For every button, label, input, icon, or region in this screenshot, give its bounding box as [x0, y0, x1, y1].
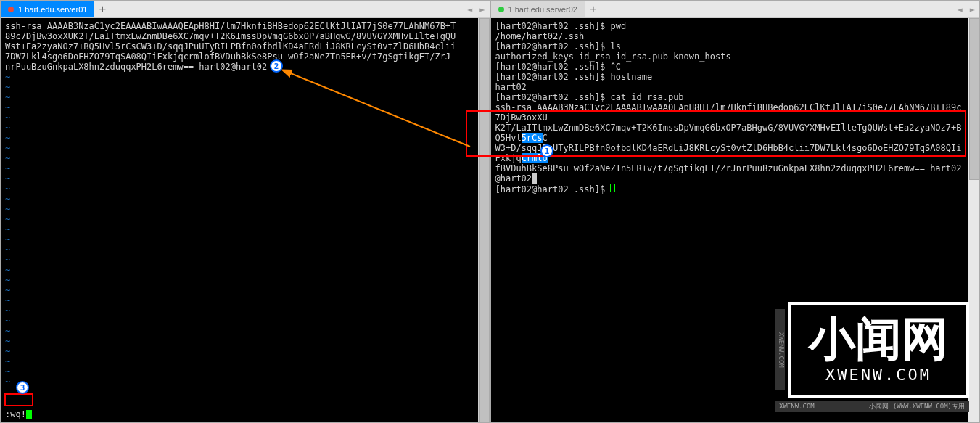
vim-tilde: ~ [5, 153, 474, 163]
vim-tilde: ~ [5, 295, 474, 305]
vim-command-line[interactable]: :wq! [5, 409, 474, 419]
callout-3: 3 [16, 381, 29, 394]
vim-tilde: ~ [5, 275, 474, 285]
status-dot-icon [8, 7, 14, 12]
terminal-line: [hart02@hart02 .ssh]$ ls [495, 41, 964, 52]
vim-tilde: ~ [5, 234, 474, 245]
scrollbar-thumb[interactable] [479, 18, 490, 422]
left-scrollbar[interactable] [478, 18, 490, 422]
vim-tilde: ~ [5, 123, 474, 133]
watermark-side: XWENW.COM [775, 309, 785, 390]
watermark-text: 小闻网 [809, 316, 948, 362]
tab-nav: ◄ ► [955, 4, 978, 15]
tab-next-icon[interactable]: ► [477, 4, 487, 15]
vim-tilde: ~ [5, 184, 474, 194]
vim-tilde: ~ [5, 255, 474, 265]
right-tabbar: 1 hart.edu.server02 + ◄ ► [491, 1, 980, 18]
tab-server01[interactable]: 1 hart.edu.server01 [1, 1, 94, 17]
tab-prev-icon[interactable]: ◄ [464, 4, 475, 15]
vim-tilde: ~ [5, 143, 474, 153]
vim-tilde: ~ [5, 316, 474, 326]
vim-tilde: ~ [5, 214, 474, 224]
tab-server02[interactable]: 1 hart.edu.server02 [491, 1, 585, 17]
vim-tilde: ~ [5, 82, 474, 92]
vim-tilde: ~ [5, 346, 474, 356]
ssh-key-output: fBVDuhBkSe8Psu wOf2aNeZTn5ER+v/t7gSgtikg… [495, 163, 964, 184]
ssh-key-line: nrPuuBzuGnkpaLX8hn2zduqqxPH2L6remw== har… [5, 62, 474, 72]
tab-prev-icon[interactable]: ◄ [955, 4, 965, 15]
terminal-line: [hart02@hart02 .ssh]$ ^C [495, 62, 964, 72]
vim-tilde: ~ [5, 102, 474, 112]
vim-tilde: ~ [5, 173, 474, 184]
terminal-line: [hart02@hart02 .ssh]$ hostname [495, 72, 964, 82]
watermark: XWENW.COM 小闻网 XWENW.COM XWENW.COM 小闻网 (W… [788, 302, 969, 398]
watermark-footer: XWENW.COM 小闻网 (WWW.XWENW.COM)专用 [775, 401, 969, 412]
vim-tilde: ~ [5, 285, 474, 295]
vim-tilde: ~ [5, 377, 474, 387]
vim-tilde: ~ [5, 305, 474, 316]
vim-tilde: ~ [5, 224, 474, 234]
callout-2: 2 [270, 59, 283, 73]
ssh-key-line: 7DW7Lkl4sgo6DoEHZO79TqSA08QIiFxkjqcrmlof… [5, 52, 474, 62]
tab-label: 1 hart.edu.server02 [508, 5, 577, 14]
left-pane: 1 hart.edu.server01 + ◄ ► ssh-rsa AAAAB3… [0, 0, 490, 423]
vim-tilde: ~ [5, 326, 474, 336]
new-tab-button[interactable]: + [94, 1, 110, 17]
tab-nav: ◄ ► [464, 4, 487, 15]
ssh-key-output: ssh-rsa AAAAB3NzaC1yc2EAAAABIwAAAQEApH8H… [495, 102, 964, 123]
right-scrollbar[interactable] [968, 18, 979, 422]
scrollbar-thumb[interactable] [969, 18, 979, 180]
ssh-key-output: W3+D/sqqJPuUTyRILPBfn0ofbdlKD4aERdLiJ8KR… [495, 143, 964, 163]
vim-tilde: ~ [5, 204, 474, 214]
vim-tilde: ~ [5, 112, 474, 123]
status-dot-icon [498, 7, 504, 12]
vim-tilde: ~ [5, 336, 474, 346]
ssh-key-output: K2T/LaITtmxLwZnmDBe6XC7mqv+T2K6ImssDpVmq… [495, 123, 964, 143]
vim-tilde: ~ [5, 133, 474, 143]
callout-1: 1 [540, 144, 553, 157]
new-tab-button[interactable]: + [585, 1, 601, 17]
ssh-key-line: ssh-rsa AAAAB3NzaC1yc2EAAAABIwAAAQEApH8H… [5, 21, 474, 31]
cursor-icon [26, 410, 32, 419]
vim-tilde: ~ [5, 265, 474, 275]
terminal-prompt: [hart02@hart02 .ssh]$ [495, 184, 964, 194]
vim-tilde: ~ [5, 163, 474, 173]
vim-tilde: ~ [5, 72, 474, 82]
tab-label: 1 hart.edu.server01 [18, 5, 87, 14]
vim-tilde: ~ [5, 92, 474, 102]
vim-tilde: ~ [5, 245, 474, 255]
left-terminal[interactable]: ssh-rsa AAAAB3NzaC1yc2EAAAABIwAAAQEApH8H… [1, 18, 478, 422]
terminal-line: [hart02@hart02 .ssh]$ pwd [495, 21, 964, 31]
terminal-line: authorized_keys id_rsa id_rsa.pub known_… [495, 52, 964, 62]
ssh-key-line: Wst+Ea2zyaNOz7+BQ5Hvl5rCsCW3+D/sqqJPuUTy… [5, 41, 474, 52]
terminal-line: [hart02@hart02 .ssh]$ cat id_rsa.pub [495, 92, 964, 102]
terminal-line: /home/hart02/.ssh [495, 31, 964, 41]
tab-next-icon[interactable]: ► [967, 4, 978, 15]
ssh-key-line: 89c7DjBw3oxXUK2T/LaITtmxLwZnmDBe6XC7mqv+… [5, 31, 474, 41]
left-tabbar: 1 hart.edu.server01 + ◄ ► [1, 1, 490, 18]
watermark-url: XWENW.COM [809, 366, 948, 384]
terminal-line: hart02 [495, 82, 964, 92]
vim-tilde: ~ [5, 194, 474, 204]
vim-tilde: ~ [5, 356, 474, 366]
vim-tilde: ~ [5, 366, 474, 377]
vim-content: ssh-rsa AAAAB3NzaC1yc2EAAAABIwAAAQEApH8H… [5, 21, 474, 409]
